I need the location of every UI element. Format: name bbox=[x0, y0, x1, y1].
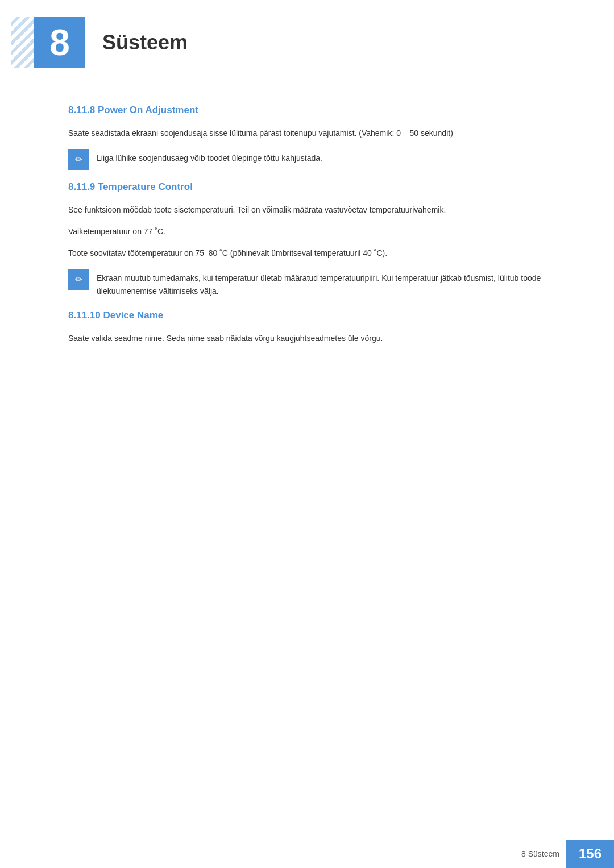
note-text-8-11-9-1: Ekraan muutub tumedamaks, kui temperatuu… bbox=[97, 269, 546, 299]
chapter-number-block: 8 bbox=[34, 17, 85, 68]
page-footer: 8 Süsteem 156 bbox=[0, 840, 614, 868]
section-8-11-9: 8.11.9 Temperature Control See funktsioo… bbox=[68, 179, 546, 298]
section-8-11-9-para-3: Toote soovitatav töötemperatuur on 75–80… bbox=[68, 247, 546, 260]
footer-inner: 8 Süsteem 156 bbox=[521, 840, 614, 869]
section-heading-8-11-10: 8.11.10 Device Name bbox=[68, 308, 546, 323]
note-box-8-11-9-1: Ekraan muutub tumedamaks, kui temperatuu… bbox=[68, 269, 546, 299]
section-8-11-8: 8.11.8 Power On Adjustment Saate seadist… bbox=[68, 102, 546, 170]
note-text-8-11-8-1: Liiga lühike soojendusaeg võib toodet ül… bbox=[97, 149, 322, 165]
main-content: 8.11.8 Power On Adjustment Saate seadist… bbox=[0, 102, 614, 410]
footer-page-number: 156 bbox=[566, 840, 614, 869]
section-8-11-8-para-1: Saate seadistada ekraani soojendusaja si… bbox=[68, 127, 546, 140]
section-heading-8-11-8: 8.11.8 Power On Adjustment bbox=[68, 102, 546, 118]
footer-label: 8 Süsteem bbox=[521, 848, 559, 860]
section-8-11-10-para-1: Saate valida seadme nime. Seda nime saab… bbox=[68, 332, 546, 346]
chapter-number: 8 bbox=[49, 24, 70, 61]
note-icon-8-11-9-1 bbox=[68, 269, 89, 290]
chapter-title: Süsteem bbox=[102, 26, 188, 59]
page-header: 8 Süsteem bbox=[0, 0, 614, 80]
section-8-11-9-para-2: Vaiketemperatuur on 77 ˚C. bbox=[68, 225, 546, 239]
section-8-11-9-para-1: See funktsioon mõõdab toote sisetemperat… bbox=[68, 203, 546, 217]
section-heading-8-11-9: 8.11.9 Temperature Control bbox=[68, 179, 546, 194]
section-8-11-10: 8.11.10 Device Name Saate valida seadme … bbox=[68, 308, 546, 346]
note-box-8-11-8-1: Liiga lühike soojendusaeg võib toodet ül… bbox=[68, 149, 546, 170]
note-icon-8-11-8-1 bbox=[68, 149, 89, 170]
